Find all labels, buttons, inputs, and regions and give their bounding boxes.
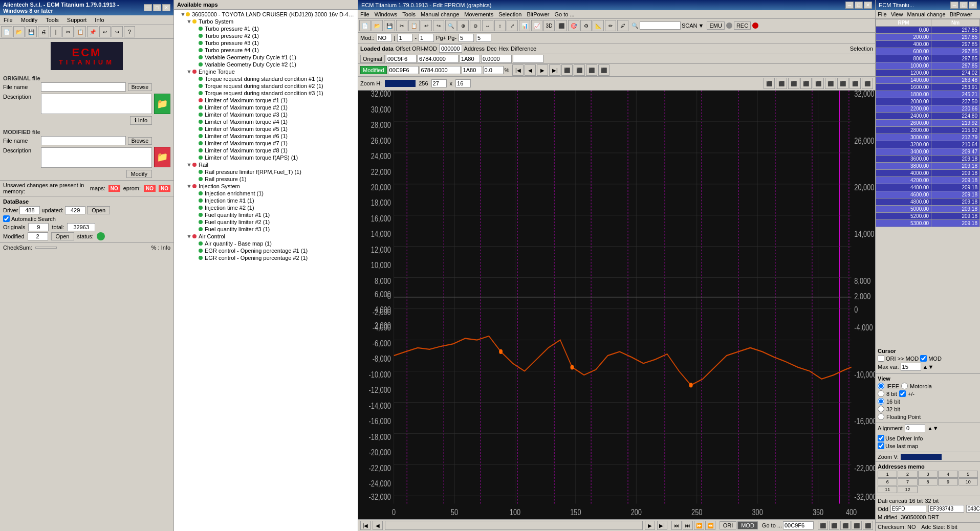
tree-item-10[interactable]: Torque request during standard condition…: [175, 82, 357, 90]
rpm-row-13[interactable]: 2600.00219.92: [876, 120, 980, 127]
nav-icon-6[interactable]: ⬛: [574, 64, 585, 76]
tree-item-11[interactable]: Torque request during standard condition…: [175, 90, 357, 97]
gtb-16[interactable]: 3D: [543, 20, 555, 31]
nav-icon-2[interactable]: ◀: [525, 64, 536, 76]
graph-minimize-btn[interactable]: ─: [845, 2, 854, 9]
bi-3[interactable]: ⬛: [840, 521, 851, 530]
ieee-radio[interactable]: [878, 383, 884, 389]
fr-minimize-btn[interactable]: ─: [950, 2, 959, 9]
nav-next[interactable]: ▶: [645, 521, 655, 530]
mod-dec[interactable]: [420, 66, 461, 74]
fr-win-controls[interactable]: ─ □ ✕: [950, 2, 977, 9]
cursor-icon-5[interactable]: ⬛: [813, 78, 824, 89]
close-btn[interactable]: ✕: [162, 4, 170, 11]
addr-6[interactable]: 6: [878, 478, 897, 485]
gtb-11[interactable]: ↔: [482, 20, 493, 31]
fr-restore-btn[interactable]: □: [960, 2, 968, 9]
tree-item-34[interactable]: EGR control - Opening percentage #2 (1): [175, 254, 357, 261]
tree-item-7[interactable]: Variable Geometry Duty Cycle #2 (1): [175, 61, 357, 68]
nav-icon-3[interactable]: ▶: [537, 64, 548, 76]
addr-4[interactable]: 4: [938, 471, 957, 478]
float-radio[interactable]: [878, 413, 884, 420]
rpm-row-4[interactable]: 800.00297.85: [876, 55, 980, 62]
pg-val1[interactable]: [459, 34, 474, 42]
gtb-9[interactable]: ⊕: [458, 20, 469, 31]
ori-mod-check[interactable]: [878, 355, 884, 362]
tb-undo[interactable]: ↩: [99, 26, 111, 37]
rpm-row-25[interactable]: 5000.00209.18: [876, 206, 980, 213]
fr-menu-bitpower[interactable]: BitPower: [950, 11, 972, 17]
gtb-17[interactable]: ⬛: [556, 20, 567, 31]
32bit-radio[interactable]: [878, 406, 884, 412]
cursor-icon-4[interactable]: ⬛: [800, 78, 812, 89]
cursor-icon-7[interactable]: ⬛: [837, 78, 848, 89]
tree-item-31[interactable]: ▼Air Control: [175, 233, 357, 240]
nav-icon-4[interactable]: ▶|: [549, 64, 560, 76]
even-val1[interactable]: [928, 505, 964, 513]
gtb-6[interactable]: ↩: [421, 20, 432, 31]
zoom-h-slider[interactable]: [385, 80, 416, 87]
addr-5[interactable]: 5: [959, 471, 978, 478]
zoom-num1[interactable]: [431, 79, 447, 87]
gtb-20[interactable]: 📐: [593, 20, 604, 31]
nav-start[interactable]: |◀: [360, 521, 371, 530]
rpm-row-14[interactable]: 2800.00215.92: [876, 127, 980, 134]
tree-item-5[interactable]: Turbo pressure #4 (1): [175, 47, 357, 54]
tree-item-26[interactable]: Injection time #1 (1): [175, 197, 357, 204]
fr-close-btn[interactable]: ✕: [969, 2, 977, 9]
mod-diff-pct[interactable]: [483, 66, 504, 74]
nav-icon-8[interactable]: ⬛: [598, 64, 609, 76]
nav-extra-2[interactable]: ⏭: [683, 521, 693, 530]
rpm-row-24[interactable]: 4800.00209.18: [876, 198, 980, 206]
tb-open[interactable]: 📂: [13, 26, 25, 37]
graph-menu-selection[interactable]: Selection: [498, 11, 521, 17]
tree-item-8[interactable]: ▼Engine Torque: [175, 68, 357, 75]
mod-btn[interactable]: MOD: [737, 521, 758, 529]
use-driver-info-check[interactable]: [878, 435, 884, 441]
addr-7[interactable]: 7: [898, 478, 917, 485]
rpm-row-26[interactable]: 5200.00209.18: [876, 213, 980, 220]
tree-item-17[interactable]: Limiter of Maximum torque #6 (1): [175, 132, 357, 140]
driver-open-btn[interactable]: Open: [87, 206, 110, 214]
gtb-13[interactable]: ⤢: [507, 20, 518, 31]
rpm-row-5[interactable]: 1000.00297.85: [876, 62, 980, 70]
alignment-input[interactable]: [905, 424, 925, 432]
gtb-2[interactable]: 📂: [372, 20, 383, 31]
rpm-row-7[interactable]: 1400.00263.48: [876, 77, 980, 84]
mod-browse-btn[interactable]: Browse: [128, 137, 152, 145]
nav-icon-1[interactable]: |◀: [512, 64, 524, 76]
orig-diff[interactable]: [481, 55, 512, 63]
cursor-icon-2[interactable]: ⬛: [776, 78, 787, 89]
mod-filename-input[interactable]: [41, 136, 126, 145]
tree-item-19[interactable]: Limiter of Maximum torque #8 (1): [175, 147, 357, 154]
auto-search-check[interactable]: [3, 215, 10, 222]
graph-menu-windows[interactable]: Windows: [375, 11, 398, 17]
nav-prev[interactable]: ◀: [373, 521, 383, 530]
minimize-btn[interactable]: ─: [144, 4, 152, 11]
gtb-10[interactable]: ⊖: [470, 20, 481, 31]
use-last-map-check[interactable]: [878, 442, 884, 449]
8bit-radio[interactable]: [878, 390, 884, 397]
odd-val[interactable]: [890, 505, 926, 513]
tree-item-32[interactable]: Air quantity - Base map (1): [175, 240, 357, 247]
addr-2[interactable]: 2: [898, 471, 917, 478]
tree-item-22[interactable]: Rail pressure limiter f(RPM,Fuel_T) (1): [175, 168, 357, 175]
addr-1[interactable]: 1: [878, 471, 897, 478]
rpm-row-6[interactable]: 1200.00274.02: [876, 70, 980, 77]
graph-restore-btn[interactable]: □: [855, 2, 863, 9]
tree-item-33[interactable]: EGR control - Opening percentage #1 (1): [175, 247, 357, 254]
gtb-14[interactable]: 📊: [519, 20, 530, 31]
tree-item-27[interactable]: Injection time #2 (1): [175, 204, 357, 211]
gtb-4[interactable]: ✂: [396, 20, 407, 31]
checksum-info[interactable]: % : Info: [151, 245, 170, 251]
pg-val2[interactable]: [476, 34, 491, 42]
menu-modify[interactable]: Modify: [19, 16, 39, 24]
motorola-radio[interactable]: [901, 383, 908, 389]
tree-arrow-0[interactable]: ▼: [180, 11, 186, 17]
gtb-5[interactable]: 📋: [408, 20, 420, 31]
tree-item-12[interactable]: Limiter of Maximum torque #1 (1): [175, 97, 357, 104]
nav-icon-5[interactable]: ⬛: [561, 64, 573, 76]
gtb-21[interactable]: ✏: [605, 20, 616, 31]
cursor-icon-3[interactable]: ⬛: [788, 78, 799, 89]
rpm-row-10[interactable]: 2000.00237.50: [876, 98, 980, 105]
